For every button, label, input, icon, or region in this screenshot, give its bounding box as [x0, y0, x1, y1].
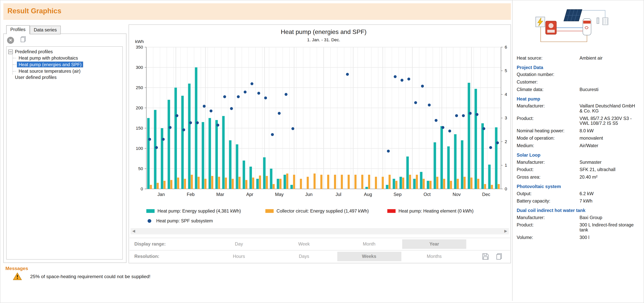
svg-text:350: 350 [136, 45, 143, 50]
display-range-option-year[interactable]: Year [402, 239, 466, 249]
spec-label: Product: [516, 116, 580, 121]
spec-row-medium: Medium:Air/Water [512, 142, 642, 149]
svg-text:Dec: Dec [482, 192, 490, 197]
system-spec-list: Heat source:Ambient airProject DataQuota… [512, 54, 642, 241]
spec-label: Medium: [516, 143, 580, 148]
spec-row-product: Product:VWL 85/7.2 AS 230V S3 - VWL 108/… [512, 115, 642, 127]
svg-text:Apr: Apr [246, 192, 253, 197]
spec-row-battery-capacity: Battery capacity:7 kWh [512, 197, 642, 205]
spec-row-manufacturer: Manufacturer:Vaillant Deutschland GmbH &… [512, 102, 642, 114]
spec-label: Quotation number: [516, 72, 580, 77]
svg-text:Nov: Nov [452, 192, 461, 197]
section-header-heat-pump: Heat pump [512, 93, 642, 102]
svg-text:50: 50 [138, 166, 143, 171]
spec-row-customer: Customer: [512, 78, 642, 86]
profiles-panel: ✕ Predefined profilesHeat pump with phot… [3, 34, 126, 263]
svg-text:Jun: Jun [305, 192, 312, 197]
spec-value: 300 l [580, 235, 637, 240]
legend-swatch-icon [146, 209, 154, 213]
spec-label: Product: [516, 167, 580, 172]
chart-svg: Heat pump (energies and SPF)1. Jan. - 31… [129, 25, 512, 203]
svg-text:150: 150 [136, 126, 143, 131]
delete-profile-icon[interactable]: ✕ [7, 37, 14, 44]
display-range-option-week[interactable]: Week [272, 239, 336, 249]
spec-label: Climate data: [516, 87, 580, 92]
spec-label: Product: [516, 222, 580, 227]
spec-value: Vaillant Deutschland GmbH & Co. KG [580, 103, 637, 113]
system-summary-panel: Heat source:Ambient airProject DataQuota… [512, 1, 642, 301]
spec-value: 7 kWh [580, 198, 637, 203]
profiles-tree: Predefined profilesHeat pump with photov… [6, 47, 122, 82]
scrollbar-left-arrow[interactable]: ◀ [132, 228, 135, 234]
legend-swatch-icon [266, 209, 274, 213]
legend-item-heat-pump-energy-2: Heat pump: Heating element (0 kWh) [387, 208, 474, 213]
scrollbar-right-arrow[interactable]: ▶ [504, 228, 507, 234]
legend-label: Heat pump: Heating element (0 kWh) [398, 208, 474, 213]
svg-text:Sep: Sep [394, 192, 402, 197]
spec-row-quotation-number: Quotation number: [512, 71, 642, 78]
section-header-dual-coil-indirect-hot-water-tank: Dual coil indirect hot water tank [512, 205, 642, 214]
spec-value: 20.40 m² [580, 174, 637, 179]
save-chart-icon[interactable] [482, 253, 489, 262]
tree-item-label: Predefined profiles [15, 49, 53, 54]
copy-chart-icon[interactable] [496, 253, 502, 262]
svg-text:Jan: Jan [158, 192, 165, 197]
display-range-row: Display range: DayWeekMonthYear [129, 238, 510, 250]
tree-item-label: Heat pump with photovoltaics [17, 55, 79, 60]
tree-item-heat-pump-energies-and-spf[interactable]: Heat pump (energies and SPF) [16, 61, 122, 68]
tree-item-heat-pump-with-photovoltaics[interactable]: Heat pump with photovoltaics [16, 55, 122, 61]
legend-dot-icon [148, 219, 151, 223]
spec-value: monovalent [580, 136, 637, 141]
display-range-option-day[interactable]: Day [207, 239, 271, 249]
legend-swatch-icon [387, 209, 396, 213]
spec-row-mode-of-operation: Mode of operation:monovalent [512, 134, 642, 142]
tree-item-user-defined-profiles[interactable]: User defined profiles [8, 75, 122, 80]
spec-row-gross-area: Gross area:20.40 m² [512, 173, 642, 181]
chart-scrollbar[interactable]: ◀ ▶ [131, 228, 509, 234]
spec-row-product: Product:SFK 21, ultrachall [512, 166, 642, 173]
profiles-tab-strip: ProfilesData series [6, 25, 61, 34]
svg-text:Feb: Feb [187, 192, 195, 197]
spec-value: Baxi Group [580, 215, 637, 220]
svg-text:kWh: kWh [135, 39, 144, 44]
copy-profile-icon[interactable] [20, 36, 26, 44]
display-range-option-month[interactable]: Month [337, 239, 401, 249]
legend-label: Heat pump: Energy supplied (4,381 kWh) [158, 208, 241, 213]
resolution-option-days[interactable]: Days [272, 252, 336, 261]
spec-label: Manufacturer: [516, 159, 580, 165]
tree-item-label: User defined profiles [15, 75, 56, 80]
tree-item-label: Heat pump (energies and SPF) [17, 62, 83, 67]
spec-value: SFK 21, ultrachall [580, 167, 637, 172]
resolution-option-weeks[interactable]: Weeks [337, 252, 401, 261]
legend-item-heat-pump-energy-0: Heat pump: Energy supplied (4,381 kWh) [146, 208, 241, 213]
header-bar: Result Graphics [3, 3, 511, 20]
svg-text:Oct: Oct [424, 192, 430, 197]
tree-item-heat-source-temperatures-air[interactable]: Heat source temperatures (air) [16, 68, 122, 74]
resolution-option-months[interactable]: Months [402, 252, 466, 261]
legend-label: Collector circuit: Energy supplied (1,49… [276, 208, 369, 213]
result-graphics-window: Result Graphics ProfilesData series ✕ Pr… [0, 0, 644, 303]
spec-row-product: Product:300 L Indirect-fired storage tan… [512, 221, 642, 233]
spec-label: Volume: [516, 235, 580, 240]
spec-label: Output: [516, 191, 580, 196]
spec-value: 6.2 kW [580, 191, 637, 196]
spec-row-nominal-heating-power: Nominal heating power:8.0 kW [512, 127, 642, 134]
tree-item-predefined-profiles[interactable]: Predefined profiles [8, 49, 122, 55]
tree-item-label: Heat source temperatures (air) [17, 69, 82, 74]
spec-value: Air/Water [580, 143, 637, 148]
spec-row-volume: Volume:300 l [512, 233, 642, 241]
spec-value: 300 L Indirect-fired storage tank [580, 222, 637, 232]
svg-text:Heat pump (energies and SPF): Heat pump (energies and SPF) [281, 28, 366, 35]
tab-data-series[interactable]: Data series [30, 26, 61, 34]
legend-label: Heat pump: SPF subsystem [156, 218, 213, 223]
section-header-photovoltaic-system: Photovoltaic system [512, 181, 642, 190]
spec-label: Manufacturer: [516, 103, 580, 108]
section-header-project-data: Project Data [512, 62, 642, 71]
svg-text:200: 200 [136, 106, 143, 110]
tree-expander-icon[interactable] [8, 49, 13, 54]
resolution-option-hours[interactable]: Hours [207, 252, 271, 261]
page-title: Result Graphics [8, 7, 62, 15]
svg-text:0: 0 [505, 186, 507, 191]
legend-item-heat-pump-spf-3: Heat pump: SPF subsystem [146, 218, 213, 223]
tab-profiles[interactable]: Profiles [6, 25, 30, 34]
